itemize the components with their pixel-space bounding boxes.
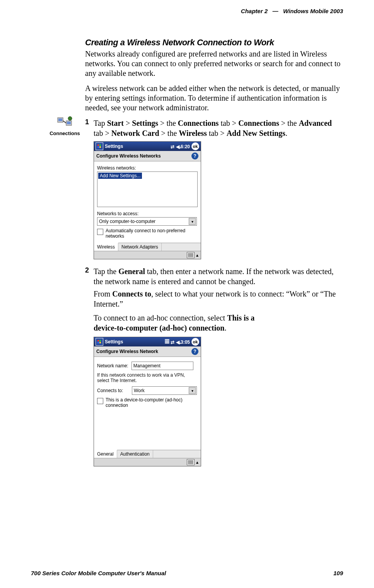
svg-rect-11 (99, 340, 101, 341)
svg-point-4 (68, 117, 72, 120)
ppc1-tray: ⇄ ◀𝅘 6:20 (171, 144, 190, 149)
svg-line-5 (63, 121, 66, 123)
svg-rect-6 (97, 144, 99, 146)
network-name-value: Management (133, 363, 161, 369)
networks-to-access-value: Only computer-to-computer (99, 219, 155, 224)
svg-rect-10 (97, 340, 99, 341)
keyboard-icon[interactable] (187, 252, 195, 258)
step-1-text: Tap Start > Settings > the Connections t… (94, 118, 343, 138)
svg-rect-3 (67, 122, 71, 124)
tab-wireless[interactable]: Wireless (94, 243, 118, 251)
svg-rect-13 (99, 342, 101, 343)
tab-general[interactable]: General (94, 450, 117, 458)
tab-network-adapters[interactable]: Network Adapters (118, 243, 162, 251)
step-2-text: Tap the General tab, then enter a networ… (94, 266, 343, 286)
wireless-networks-listbox[interactable]: Add New Settings... (97, 171, 198, 207)
sip-up-icon[interactable]: ▴ (196, 252, 198, 258)
keyboard-icon[interactable] (187, 459, 195, 465)
signal-icon[interactable]: 𝍤 (165, 339, 169, 345)
connects-to-value: Work (134, 388, 145, 393)
step-2-number: 2 (85, 266, 94, 274)
ok-button[interactable]: ok (191, 338, 199, 346)
svg-rect-8 (97, 146, 99, 148)
ppc1-clock[interactable]: 6:20 (181, 144, 190, 149)
list-item-add-new[interactable]: Add New Settings... (98, 173, 142, 179)
start-flag-icon[interactable] (96, 142, 103, 150)
page-header: Chapter 2 — Windows Mobile 2003 (31, 8, 343, 14)
sip-up-icon[interactable]: ▴ (196, 459, 198, 465)
connectivity-icon[interactable]: ⇄ (171, 339, 174, 345)
step-2-body-connects: From Connects to, select to what your ne… (94, 289, 343, 309)
networks-to-access-dropdown[interactable]: Only computer-to-computer ▾ (97, 217, 197, 226)
ppc1-sip-bar: ▴ (94, 251, 201, 259)
connections-icon-block: Connections (46, 115, 83, 136)
svg-rect-7 (99, 144, 101, 146)
connections-icon (46, 115, 83, 130)
header-dash: — (273, 8, 278, 14)
header-product: Windows Mobile 2003 (283, 8, 343, 14)
ppc2-title: Settings (105, 339, 123, 345)
connects-to-dropdown[interactable]: Work ▾ (132, 386, 197, 395)
ppc2-titlebar: Settings 𝍤 ⇄ ◀𝅘 3:05 ok (94, 337, 201, 346)
ppc2-clock[interactable]: 3:05 (181, 339, 190, 345)
connections-icon-label: Connections (46, 130, 83, 136)
step-2: 2 Tap the General tab, then enter a netw… (85, 266, 343, 286)
screenshot-configure-network: Settings 𝍤 ⇄ ◀𝅘 3:05 ok Configure Wirele… (94, 337, 201, 466)
svg-rect-9 (99, 146, 101, 148)
ppc1-networks-to-access-label: Networks to access: (97, 211, 198, 216)
ppc2-tray: 𝍤 ⇄ ◀𝅘 3:05 (165, 339, 190, 345)
help-icon[interactable]: ? (191, 153, 198, 159)
footer-manual-title: 700 Series Color Mobile Computer User's … (31, 570, 166, 576)
step-2-body-adhoc: To connect to an ad-hoc connection, sele… (94, 313, 343, 333)
ppc1-tabs: Wireless Network Adapters (94, 243, 201, 251)
ppc2-tabs: General Authentication (94, 450, 201, 458)
svg-rect-12 (97, 342, 99, 343)
header-chapter-number: 2 (265, 8, 268, 14)
svg-rect-1 (58, 118, 62, 121)
ppc1-subtitle: Configure Wireless Networks (96, 153, 161, 159)
speaker-icon[interactable]: ◀𝅘 (176, 144, 179, 149)
ppc1-wireless-networks-label: Wireless networks: (97, 165, 198, 171)
ppc1-subtitle-bar: Configure Wireless Networks ? (94, 151, 201, 161)
page-footer: 700 Series Color Mobile Computer User's … (31, 570, 343, 576)
tab-authentication[interactable]: Authentication (117, 450, 153, 458)
adhoc-checkbox-label: This is a device-to-computer (ad-hoc) co… (106, 397, 195, 408)
network-name-label: Network name: (97, 363, 128, 369)
footer-page-number: 109 (333, 570, 343, 576)
ppc2-subtitle: Configure Wireless Network (96, 349, 158, 354)
start-flag-icon[interactable] (96, 338, 103, 346)
network-name-input[interactable]: Management (131, 362, 193, 370)
ok-button[interactable]: ok (191, 142, 199, 150)
section-para-2: A wireless network can be added either w… (85, 84, 343, 113)
screenshot-wireless-networks: Settings ⇄ ◀𝅘 6:20 ok Configure Wireless… (94, 141, 201, 259)
auto-connect-label: Automatically connect to non-preferred n… (106, 228, 195, 239)
ppc2-sip-bar: ▴ (94, 458, 201, 466)
ppc2-subtitle-bar: Configure Wireless Network ? (94, 346, 201, 357)
speaker-icon[interactable]: ◀𝅘 (176, 339, 179, 345)
help-icon[interactable]: ? (191, 348, 198, 355)
header-chapter-label: Chapter (241, 8, 263, 14)
chevron-down-icon[interactable]: ▾ (189, 218, 196, 225)
step-1: 1 Tap Start > Settings > the Connections… (85, 118, 343, 138)
ppc1-title: Settings (105, 144, 123, 149)
ppc1-titlebar: Settings ⇄ ◀𝅘 6:20 ok (94, 142, 201, 151)
section-title: Creating a Wireless Network Connection t… (85, 38, 343, 48)
section-para-1: Networks already configured are preferre… (85, 49, 343, 78)
adhoc-checkbox[interactable] (97, 398, 103, 404)
ppc2-hint: If this network connects to work via a V… (97, 372, 198, 383)
connectivity-icon[interactable]: ⇄ (171, 144, 174, 149)
step-1-number: 1 (85, 118, 94, 126)
auto-connect-checkbox[interactable] (97, 229, 103, 235)
connects-to-label: Connects to: (97, 388, 129, 393)
chevron-down-icon[interactable]: ▾ (189, 387, 196, 394)
